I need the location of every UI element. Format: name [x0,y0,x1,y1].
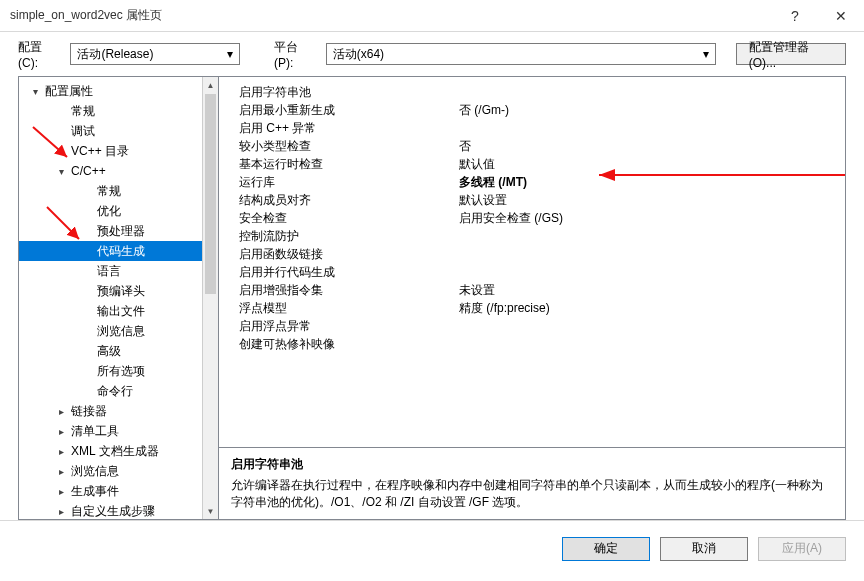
property-key: 启用浮点异常 [219,318,459,335]
scroll-down-icon[interactable]: ▼ [203,503,218,519]
property-row-8[interactable]: 控制流防护 [219,227,845,245]
property-key: 启用并行代码生成 [219,264,459,281]
property-row-13[interactable]: 启用浮点异常 [219,317,845,335]
tree-item-label: 浏览信息 [97,323,145,340]
scroll-thumb[interactable] [205,94,216,294]
tree-item-label: 调试 [71,123,95,140]
caret-icon: ▸ [59,506,71,517]
caret-icon: ▸ [59,426,71,437]
property-row-7[interactable]: 安全检查启用安全检查 (/GS) [219,209,845,227]
config-combo[interactable]: 活动(Release) ▾ [70,43,240,65]
property-row-3[interactable]: 较小类型检查否 [219,137,845,155]
tree-item-18[interactable]: ▸XML 文档生成器 [19,441,202,461]
help-button[interactable]: ? [772,0,818,32]
property-key: 结构成员对齐 [219,192,459,209]
caret-icon: ▸ [59,406,71,417]
tree-item-4[interactable]: ▾C/C++ [19,161,202,181]
config-tree[interactable]: ▾配置属性常规调试VC++ 目录▾C/C++常规优化预处理器代码生成语言预编译头… [19,77,202,519]
property-value[interactable]: 精度 (/fp:precise) [459,300,845,317]
title-bar: simple_on_word2vec 属性页 ? ✕ [0,0,864,32]
window-title: simple_on_word2vec 属性页 [10,7,772,24]
tree-item-label: 高级 [97,343,121,360]
tree-item-label: XML 文档生成器 [71,443,159,460]
tree-item-label: 命令行 [97,383,133,400]
platform-label: 平台(P): [274,39,316,70]
tree-item-7[interactable]: 预处理器 [19,221,202,241]
property-row-9[interactable]: 启用函数级链接 [219,245,845,263]
tree-item-label: 语言 [97,263,121,280]
property-key: 运行库 [219,174,459,191]
tree-item-3[interactable]: VC++ 目录 [19,141,202,161]
caret-icon: ▸ [59,466,71,477]
tree-item-6[interactable]: 优化 [19,201,202,221]
property-key: 启用增强指令集 [219,282,459,299]
close-button[interactable]: ✕ [818,0,864,32]
tree-item-label: 浏览信息 [71,463,119,480]
tree-item-5[interactable]: 常规 [19,181,202,201]
tree-item-21[interactable]: ▸自定义生成步骤 [19,501,202,519]
tree-item-label: 生成事件 [71,483,119,500]
property-row-10[interactable]: 启用并行代码生成 [219,263,845,281]
platform-combo-value: 活动(x64) [333,46,384,63]
property-row-6[interactable]: 结构成员对齐默认设置 [219,191,845,209]
tree-item-label: 常规 [71,103,95,120]
property-key: 启用函数级链接 [219,246,459,263]
property-value[interactable]: 默认设置 [459,192,845,209]
property-row-1[interactable]: 启用最小重新生成否 (/Gm-) [219,101,845,119]
ok-button[interactable]: 确定 [562,537,650,561]
property-row-2[interactable]: 启用 C++ 异常 [219,119,845,137]
tree-item-20[interactable]: ▸生成事件 [19,481,202,501]
caret-icon: ▸ [59,486,71,497]
property-value[interactable]: 否 (/Gm-) [459,102,845,119]
tree-item-13[interactable]: 高级 [19,341,202,361]
chevron-down-icon: ▾ [703,47,709,61]
tree-item-16[interactable]: ▸链接器 [19,401,202,421]
property-key: 浮点模型 [219,300,459,317]
property-value[interactable]: 启用安全检查 (/GS) [459,210,845,227]
property-key: 较小类型检查 [219,138,459,155]
property-key: 创建可热修补映像 [219,336,459,353]
tree-item-label: 常规 [97,183,121,200]
property-row-0[interactable]: 启用字符串池 [219,83,845,101]
main-panel: ▾配置属性常规调试VC++ 目录▾C/C++常规优化预处理器代码生成语言预编译头… [18,76,846,520]
property-row-12[interactable]: 浮点模型精度 (/fp:precise) [219,299,845,317]
tree-item-17[interactable]: ▸清单工具 [19,421,202,441]
property-grid[interactable]: 启用字符串池启用最小重新生成否 (/Gm-)启用 C++ 异常较小类型检查否基本… [219,77,845,448]
property-panel: 启用字符串池启用最小重新生成否 (/Gm-)启用 C++ 异常较小类型检查否基本… [219,77,845,519]
property-key: 启用最小重新生成 [219,102,459,119]
tree-item-label: 输出文件 [97,303,145,320]
tree-item-15[interactable]: 命令行 [19,381,202,401]
config-label: 配置(C): [18,39,60,70]
tree-item-10[interactable]: 预编译头 [19,281,202,301]
tree-item-0[interactable]: ▾配置属性 [19,81,202,101]
config-manager-button[interactable]: 配置管理器(O)... [736,43,846,65]
property-value[interactable]: 否 [459,138,845,155]
property-row-11[interactable]: 启用增强指令集未设置 [219,281,845,299]
platform-combo[interactable]: 活动(x64) ▾ [326,43,716,65]
tree-item-label: 预处理器 [97,223,145,240]
tree-item-label: 自定义生成步骤 [71,503,155,520]
tree-item-11[interactable]: 输出文件 [19,301,202,321]
property-row-14[interactable]: 创建可热修补映像 [219,335,845,353]
tree-item-9[interactable]: 语言 [19,261,202,281]
property-key: 控制流防护 [219,228,459,245]
property-key: 安全检查 [219,210,459,227]
tree-item-2[interactable]: 调试 [19,121,202,141]
tree-item-8[interactable]: 代码生成 [19,241,202,261]
caret-icon: ▾ [59,166,71,177]
caret-icon: ▸ [59,446,71,457]
tree-item-14[interactable]: 所有选项 [19,361,202,381]
property-key: 启用 C++ 异常 [219,120,459,137]
apply-button[interactable]: 应用(A) [758,537,846,561]
dialog-footer: 确定 取消 应用(A) [0,520,864,576]
caret-icon: ▾ [33,86,45,97]
tree-item-1[interactable]: 常规 [19,101,202,121]
tree-item-label: 代码生成 [97,243,145,260]
tree-item-19[interactable]: ▸浏览信息 [19,461,202,481]
scroll-up-icon[interactable]: ▲ [203,77,218,93]
tree-item-label: VC++ 目录 [71,143,129,160]
cancel-button[interactable]: 取消 [660,537,748,561]
tree-scrollbar[interactable]: ▲ ▼ [202,77,218,519]
property-value[interactable]: 未设置 [459,282,845,299]
tree-item-12[interactable]: 浏览信息 [19,321,202,341]
